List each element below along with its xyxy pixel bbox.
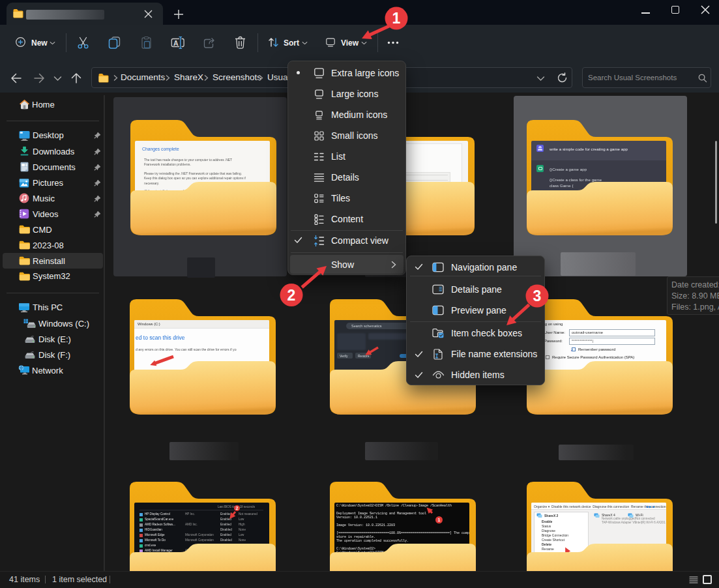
svg-text:1: 1	[392, 10, 401, 27]
svg-text:3: 3	[533, 287, 542, 304]
svg-text:2: 2	[287, 287, 296, 304]
